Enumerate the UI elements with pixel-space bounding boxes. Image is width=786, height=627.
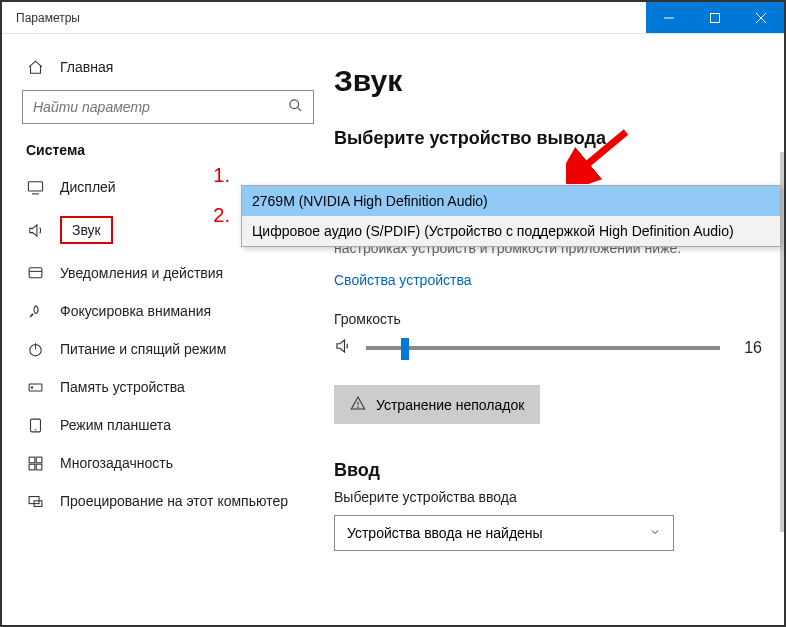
volume-value: 16 bbox=[734, 339, 762, 357]
dropdown-option-2[interactable]: Цифровое аудио (S/PDIF) (Устройство с по… bbox=[242, 216, 780, 246]
close-button[interactable] bbox=[738, 2, 784, 33]
annotation-1: 1. bbox=[213, 164, 230, 187]
volume-slider-thumb[interactable] bbox=[401, 338, 409, 360]
maximize-button[interactable] bbox=[692, 2, 738, 33]
svg-point-4 bbox=[290, 99, 299, 108]
chevron-down-icon bbox=[649, 525, 661, 541]
warning-icon bbox=[350, 395, 366, 414]
annotation-2: 2. bbox=[213, 204, 230, 227]
sidebar-item-power[interactable]: Питание и спящий режим bbox=[2, 330, 334, 368]
svg-rect-17 bbox=[36, 457, 42, 463]
annotation-arrow bbox=[566, 124, 636, 184]
input-select-value: Устройства ввода не найдены bbox=[347, 525, 543, 541]
sidebar-item-label: Многозадачность bbox=[60, 455, 173, 471]
sidebar-item-label: Питание и спящий режим bbox=[60, 341, 226, 357]
search-input-wrap[interactable] bbox=[22, 90, 314, 124]
input-section-title: Выберите устройства ввода bbox=[334, 489, 762, 505]
volume-slider[interactable] bbox=[366, 346, 720, 350]
svg-point-23 bbox=[358, 407, 359, 408]
search-icon bbox=[288, 98, 303, 117]
notification-icon bbox=[26, 264, 44, 282]
sidebar-home-label: Главная bbox=[60, 59, 113, 75]
sidebar-item-label: Режим планшета bbox=[60, 417, 171, 433]
search-input[interactable] bbox=[33, 99, 288, 115]
output-section-title: Выберите устройство вывода bbox=[334, 128, 762, 149]
power-icon bbox=[26, 340, 44, 358]
window-controls bbox=[646, 2, 784, 33]
troubleshoot-button[interactable]: Устранение неполадок bbox=[334, 385, 540, 424]
sidebar-item-label: Уведомления и действия bbox=[60, 265, 223, 281]
output-device-dropdown[interactable]: 2769M (NVIDIA High Definition Audio) Циф… bbox=[241, 185, 781, 247]
page-title: Звук bbox=[334, 64, 762, 98]
titlebar: Параметры bbox=[2, 2, 784, 34]
storage-icon bbox=[26, 378, 44, 396]
sidebar-item-label: Память устройства bbox=[60, 379, 185, 395]
sidebar-item-projecting[interactable]: Проецирование на этот компьютер bbox=[2, 482, 334, 520]
window-title: Параметры bbox=[16, 11, 80, 25]
display-icon bbox=[26, 178, 44, 196]
input-device-select[interactable]: Устройства ввода не найдены bbox=[334, 515, 674, 551]
sidebar-home[interactable]: Главная bbox=[2, 48, 334, 90]
focus-icon bbox=[26, 302, 44, 320]
sidebar-category: Система bbox=[2, 142, 334, 168]
svg-rect-8 bbox=[29, 267, 42, 277]
volume-label: Громкость bbox=[334, 311, 762, 327]
multitask-icon bbox=[26, 454, 44, 472]
sidebar-item-label: Фокусировка внимания bbox=[60, 303, 211, 319]
svg-rect-18 bbox=[29, 464, 35, 470]
minimize-button[interactable] bbox=[646, 2, 692, 33]
sidebar-item-storage[interactable]: Память устройства bbox=[2, 368, 334, 406]
input-heading: Ввод bbox=[334, 460, 762, 481]
tablet-icon bbox=[26, 416, 44, 434]
sound-icon bbox=[26, 221, 44, 239]
project-icon bbox=[26, 492, 44, 510]
sidebar-item-label: Звук bbox=[60, 216, 113, 244]
svg-line-24 bbox=[578, 132, 626, 172]
svg-point-13 bbox=[31, 386, 32, 387]
svg-rect-1 bbox=[711, 13, 720, 22]
speaker-icon[interactable] bbox=[334, 337, 352, 359]
sidebar-item-tablet[interactable]: Режим планшета bbox=[2, 406, 334, 444]
sidebar: Главная Система 1. Дисплей 2. Звук Уведо… bbox=[2, 34, 334, 625]
svg-line-5 bbox=[297, 107, 301, 111]
sidebar-item-focus[interactable]: Фокусировка внимания bbox=[2, 292, 334, 330]
main-content: Звук Выберите устройство вывода параметр… bbox=[334, 34, 784, 625]
sidebar-item-multitask[interactable]: Многозадачность bbox=[2, 444, 334, 482]
dropdown-option-1[interactable]: 2769M (NVIDIA High Definition Audio) bbox=[242, 186, 780, 216]
sidebar-item-notifications[interactable]: Уведомления и действия bbox=[2, 254, 334, 292]
home-icon bbox=[26, 58, 44, 76]
sidebar-item-label: Дисплей bbox=[60, 179, 116, 195]
troubleshoot-label: Устранение неполадок bbox=[376, 397, 524, 413]
svg-rect-19 bbox=[36, 464, 42, 470]
sidebar-item-label: Проецирование на этот компьютер bbox=[60, 493, 288, 509]
device-properties-link[interactable]: Свойства устройства bbox=[334, 272, 472, 288]
svg-rect-16 bbox=[29, 457, 35, 463]
svg-rect-6 bbox=[28, 181, 42, 190]
